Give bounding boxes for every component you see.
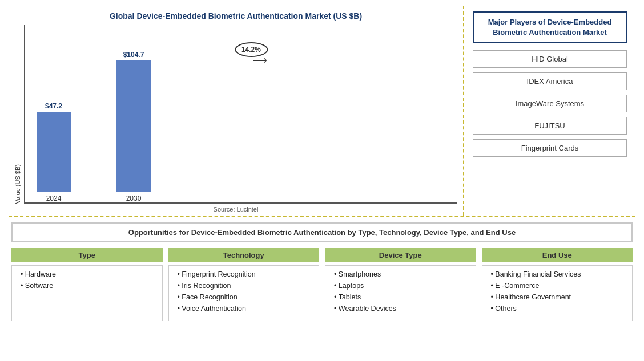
bar-label-2024: 2024 — [46, 194, 62, 202]
player-item: ImageWare Systems — [473, 95, 627, 112]
bar-label-2030: 2030 — [126, 194, 142, 202]
list-item: Healthcare Government — [488, 293, 627, 301]
bars-area: 14.2% ⟶ $47.2 2024 $104.7 — [24, 25, 457, 204]
list-item: Banking Financial Services — [488, 270, 627, 278]
cagr-arrow: ⟶ — [252, 54, 267, 67]
col-content: HardwareSoftware — [11, 265, 163, 321]
list-item: Laptops — [331, 282, 470, 290]
chart-area: Global Device-Embedded Biometric Authent… — [9, 6, 464, 216]
right-panel: Major Players of Device-Embedded Biometr… — [464, 6, 635, 216]
col-header: Device Type — [325, 248, 476, 262]
list-item: Voice Authentication — [175, 305, 313, 313]
y-axis-label: Value (US $B) — [14, 147, 21, 204]
col-content: Fingerprint RecognitionIris RecognitionF… — [168, 265, 320, 321]
columns-grid: TypeHardwareSoftwareTechnologyFingerprin… — [11, 248, 633, 321]
col-content: SmartphonesLaptopsTabletsWearable Device… — [325, 265, 476, 321]
col-header: Type — [11, 248, 163, 262]
player-item: HID Global — [473, 50, 627, 68]
main-container: Global Device-Embedded Biometric Authent… — [0, 0, 644, 361]
list-item: Fingerprint Recognition — [175, 270, 313, 278]
opportunities-title: Opportunities for Device-Embedded Biomet… — [11, 222, 633, 242]
list-item: Face Recognition — [175, 293, 313, 301]
list-item: E -Commerce — [488, 282, 627, 290]
opp-column-end-use: End UseBanking Financial ServicesE -Comm… — [482, 248, 633, 321]
chart-inner: Value (US $B) 14.2% ⟶ $47.2 2024 — [14, 25, 457, 204]
list-item: Iris Recognition — [175, 282, 313, 290]
bar-value-2024: $47.2 — [45, 102, 62, 110]
list-item: Wearable Devices — [331, 305, 470, 313]
bar-value-2030: $104.7 — [123, 51, 144, 59]
bar-group-2030: $104.7 2030 — [116, 51, 151, 202]
bar-2030 — [116, 60, 151, 192]
bar-2024 — [37, 112, 71, 192]
players-list: HID GlobalIDEX AmericaImageWare SystemsF… — [473, 50, 627, 161]
top-section: Global Device-Embedded Biometric Authent… — [9, 6, 635, 217]
bottom-section: Opportunities for Device-Embedded Biomet… — [9, 217, 635, 355]
opp-column-technology: TechnologyFingerprint RecognitionIris Re… — [168, 248, 320, 321]
chart-title: Global Device-Embedded Biometric Authent… — [110, 11, 362, 21]
opp-column-type: TypeHardwareSoftware — [11, 248, 163, 321]
col-content: Banking Financial ServicesE -CommerceHea… — [482, 265, 633, 321]
player-item: Fingerprint Cards — [473, 139, 627, 157]
bar-group-2024: $47.2 2024 — [37, 102, 71, 202]
chart-source: Source: Lucintel — [214, 206, 259, 213]
chart-plot: 14.2% ⟶ $47.2 2024 $104.7 — [24, 25, 457, 204]
list-item: Tablets — [331, 293, 470, 301]
col-header: End Use — [482, 248, 633, 262]
opp-column-device-type: Device TypeSmartphonesLaptopsTabletsWear… — [325, 248, 476, 321]
list-item: Hardware — [18, 270, 156, 278]
list-item: Software — [18, 282, 156, 290]
col-header: Technology — [168, 248, 320, 262]
list-item: Others — [488, 305, 627, 313]
player-item: FUJITSU — [473, 117, 627, 135]
player-item: IDEX America — [473, 72, 627, 90]
list-item: Smartphones — [331, 270, 470, 278]
cagr-annotation: 14.2% ⟶ — [235, 42, 268, 67]
players-title: Major Players of Device-Embedded Biometr… — [473, 11, 627, 43]
